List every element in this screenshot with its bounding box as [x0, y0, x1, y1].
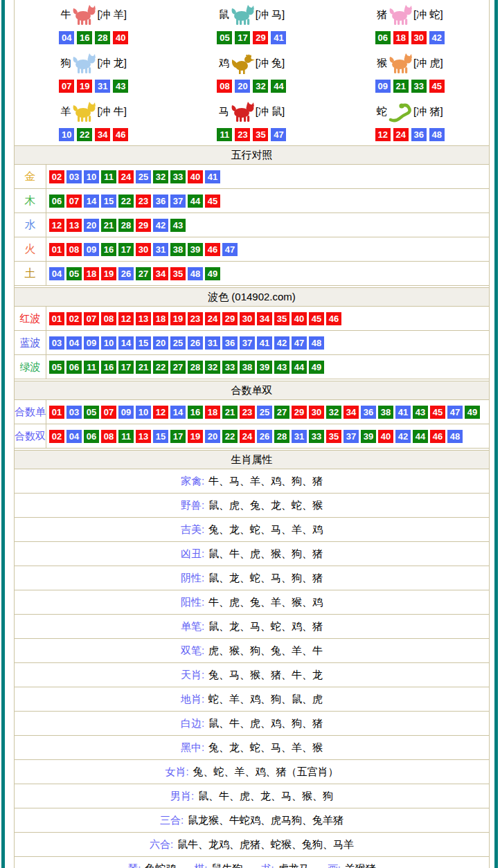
- number-ball: 06: [49, 195, 64, 208]
- arts-label: 画:: [328, 862, 341, 868]
- attribute-row: 双笔: 虎、猴、狗、兔、羊、牛: [15, 639, 489, 663]
- number-ball: 11: [101, 170, 116, 183]
- bose-row: 红波 0102070812131819232429303435404546: [15, 307, 489, 331]
- attribute-content: 鼠、龙、蛇、马、狗、猪: [208, 572, 323, 585]
- zodiac-number-list: 12243648: [375, 128, 445, 141]
- number-ball: 20: [84, 219, 99, 232]
- attribute-row: 黑中: 兔、龙、蛇、马、羊、猴: [15, 736, 489, 760]
- number-ball: 13: [136, 430, 151, 443]
- number-ball: 05: [66, 267, 82, 280]
- number-ball: 05: [84, 406, 99, 419]
- zodiac-grid: 牛 [冲 羊] 04162840 鼠 [冲 马] 05172941: [15, 0, 489, 145]
- number-ball: 29: [253, 31, 268, 44]
- zodiac-title: 蛇 [冲 猪]: [377, 102, 443, 123]
- number-ball: 27: [274, 406, 289, 419]
- attribute-label: 阴性:: [181, 572, 204, 585]
- attribute-row: 阳性: 牛、虎、兔、羊、猴、鸡: [15, 590, 489, 615]
- zodiac-name: 猴: [377, 57, 387, 70]
- number-ball: 44: [413, 430, 428, 443]
- number-ball: 01: [49, 312, 64, 325]
- arts-label: 棋:: [194, 862, 207, 868]
- attribute-row: 天肖: 兔、马、猴、猪、牛、龙: [15, 663, 489, 687]
- number-ball: 03: [66, 170, 82, 183]
- number-ball: 18: [84, 267, 99, 280]
- dog-icon: [71, 53, 96, 74]
- number-ball: 14: [118, 336, 134, 350]
- wuxing-row-label: 土: [15, 262, 46, 285]
- zodiac-cell: 蛇 [冲 猪] 12243648: [331, 97, 489, 145]
- number-ball: 47: [222, 243, 238, 256]
- attribute-content: 鼠龙猴、牛蛇鸡、虎马狗、兔羊猪: [188, 814, 343, 827]
- bose-row-label: 红波: [15, 307, 46, 330]
- attribute-label: 三合:: [160, 814, 184, 827]
- number-ball: 16: [77, 31, 92, 44]
- number-ball: 25: [136, 170, 151, 183]
- attribute-content: 鼠、牛、虎、猴、狗、猪: [208, 548, 323, 561]
- number-ball: 42: [153, 219, 168, 232]
- number-ball: 17: [235, 31, 250, 44]
- number-ball: 48: [429, 128, 445, 141]
- number-ball: 14: [170, 406, 186, 419]
- zodiac-cell: 猴 [冲 虎] 09213345: [331, 48, 489, 97]
- number-ball: 47: [292, 336, 307, 350]
- zodiac-name: 蛇: [377, 105, 387, 118]
- attribute-content: 牛、马、羊、鸡、狗、猪: [208, 475, 323, 488]
- heshu-rows: 合数单 010305070910121416182123252729303234…: [15, 400, 489, 449]
- attribute-row: 白边: 鼠、牛、虎、鸡、狗、猪: [15, 712, 489, 736]
- number-ball: 10: [59, 128, 74, 141]
- attribute-row: 三合: 鼠龙猴、牛蛇鸡、虎马狗、兔羊猪: [15, 808, 489, 833]
- zodiac-clash-label: [冲 羊]: [97, 8, 127, 21]
- number-ball: 04: [59, 31, 74, 44]
- attribute-content: 兔、蛇、羊、鸡、猪（五宫肖）: [193, 766, 339, 779]
- attribute-label: 天肖:: [181, 669, 204, 682]
- pig-icon: [388, 5, 413, 26]
- wuxing-row: 火 0108091617303138394647: [15, 237, 489, 262]
- number-ball: 10: [84, 170, 99, 183]
- zodiac-cell: 羊 [冲 牛] 10223446: [15, 97, 172, 145]
- number-ball: 09: [118, 406, 134, 419]
- wuxing-rows: 金 02031011242532334041 木 060714152223363…: [15, 165, 489, 286]
- number-ball: 17: [118, 243, 134, 256]
- attribute-label: 吉美:: [181, 523, 204, 536]
- number-ball: 47: [447, 406, 463, 419]
- attribute-label: 野兽:: [181, 499, 204, 512]
- number-ball: 33: [222, 361, 238, 374]
- number-ball: 14: [84, 195, 99, 208]
- wuxing-row-label: 金: [15, 165, 46, 188]
- number-ball: 16: [101, 361, 116, 374]
- number-ball: 15: [136, 336, 151, 350]
- number-ball: 46: [113, 128, 128, 141]
- number-ball: 08: [217, 80, 232, 93]
- number-ball: 07: [84, 312, 99, 325]
- number-ball: 49: [205, 267, 220, 280]
- number-ball: 27: [136, 267, 151, 280]
- number-ball: 37: [240, 336, 255, 350]
- attribute-row: 凶丑: 鼠、牛、虎、猴、狗、猪: [15, 542, 489, 566]
- number-ball: 31: [95, 80, 110, 93]
- attribute-label: 家禽:: [181, 475, 204, 488]
- attribute-content: 兔、龙、蛇、马、羊、鸡: [208, 523, 323, 536]
- heshu-number-list: 0204060811131517192022242628313335373940…: [46, 424, 463, 448]
- number-ball: 32: [205, 361, 220, 374]
- number-ball: 40: [113, 31, 128, 44]
- number-ball: 17: [118, 361, 134, 374]
- number-ball: 35: [274, 312, 289, 325]
- heshu-number-list: 0103050709101214161821232527293032343638…: [46, 400, 480, 424]
- number-ball: 39: [361, 430, 376, 443]
- wuxing-number-list: 1213202128294243: [46, 213, 186, 237]
- section-title-shengxiao: 生肖属性: [15, 450, 489, 469]
- number-ball: 05: [217, 31, 232, 44]
- wuxing-row-label: 火: [15, 237, 46, 261]
- number-ball: 15: [153, 430, 168, 443]
- zodiac-clash-label: [冲 牛]: [97, 105, 127, 118]
- number-ball: 02: [49, 430, 64, 443]
- number-ball: 36: [361, 406, 376, 419]
- zodiac-number-list: 08203244: [217, 80, 286, 93]
- zodiac-title: 牛 [冲 羊]: [60, 5, 127, 26]
- number-ball: 16: [101, 243, 116, 256]
- number-ball: 09: [84, 336, 99, 350]
- number-ball: 32: [326, 406, 341, 419]
- number-ball: 49: [309, 361, 324, 374]
- number-ball: 24: [240, 430, 255, 443]
- number-ball: 29: [222, 312, 238, 325]
